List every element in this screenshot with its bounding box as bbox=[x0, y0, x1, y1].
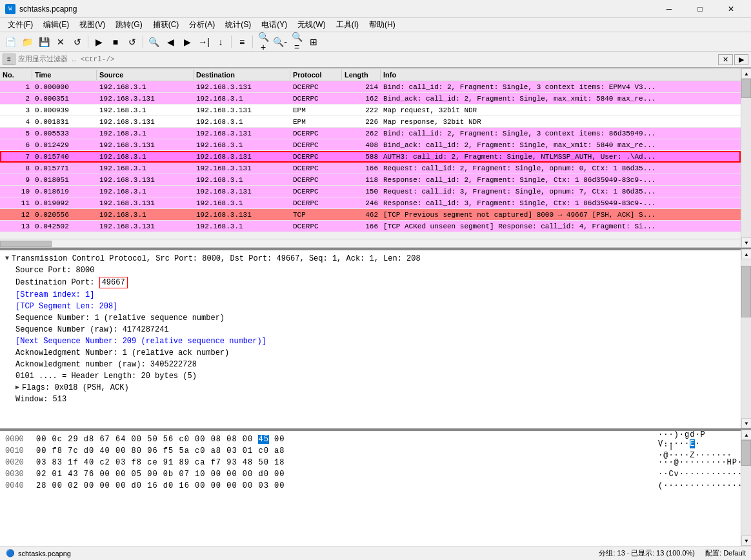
title-bar: W schtasks.pcapng ─ □ ✕ bbox=[0, 0, 751, 18]
table-row[interactable]: 11 0.019092 192.168.3.131 192.168.3.1 DC… bbox=[0, 197, 741, 209]
table-row[interactable]: 10 0.018619 192.168.3.1 192.168.3.131 DC… bbox=[0, 186, 741, 197]
table-row[interactable]: 8 0.015771 192.168.3.1 192.168.3.131 DCE… bbox=[0, 163, 741, 174]
menu-wireless[interactable]: 无线(W) bbox=[292, 18, 330, 32]
cell-destination: 192.168.3.131 bbox=[194, 210, 290, 219]
toolbar-save[interactable]: 💾 bbox=[36, 34, 52, 50]
toolbar-search[interactable]: 🔍 bbox=[146, 34, 161, 50]
h-scroll-thumb[interactable] bbox=[0, 241, 52, 247]
close-button[interactable]: ✕ bbox=[716, 0, 746, 18]
hex-vscrollbar[interactable]: ▲ ▼ bbox=[741, 430, 751, 546]
filter-controls: ✕ ▶ bbox=[718, 54, 748, 65]
toolbar-restart-capture[interactable]: ↺ bbox=[125, 34, 140, 50]
status-right: 分组: 13 · 已显示: 13 (100.0%) 配置: Default bbox=[599, 548, 746, 558]
menu-file[interactable]: 文件(F) bbox=[3, 18, 38, 32]
header-length-row: 0101 .... = Header Length: 20 bytes (5) bbox=[10, 370, 741, 382]
cell-length: 226 bbox=[342, 117, 381, 126]
cell-no: 11 bbox=[0, 199, 32, 208]
tcp-segment-len-label: [TCP Segment Len: 208] bbox=[15, 301, 117, 312]
hex-scroll-up[interactable]: ▲ bbox=[741, 430, 751, 440]
cell-info: Bind_ack: call_id: 2, Fragment: Single, … bbox=[381, 94, 741, 103]
toolbar: 📄 📁 💾 ✕ ↺ ▶ ■ ↺ 🔍 ◀ ▶ →| ↓ ≡ 🔍+ 🔍- 🔍= ⊞ bbox=[0, 32, 751, 52]
menu-edit[interactable]: 编辑(E) bbox=[38, 18, 74, 32]
table-row[interactable]: 3 0.000939 192.168.3.1 192.168.3.131 EPM… bbox=[0, 105, 741, 116]
packet-list-header: No. Time Source Destination Protocol Len… bbox=[0, 68, 741, 81]
menu-stats[interactable]: 统计(S) bbox=[220, 18, 256, 32]
detail-vscrollbar[interactable]: ▲ ▼ bbox=[741, 249, 751, 428]
status-profile-icon: 🔵 bbox=[5, 548, 15, 559]
tcp-protocol-row[interactable]: ▼ Transmission Control Protocol, Src Por… bbox=[0, 253, 741, 265]
table-row[interactable]: 2 0.000351 192.168.3.131 192.168.3.1 DCE… bbox=[0, 93, 741, 105]
table-row[interactable]: 9 0.018051 192.168.3.131 192.168.3.1 DCE… bbox=[0, 174, 741, 186]
menu-view[interactable]: 视图(V) bbox=[74, 18, 110, 32]
table-row[interactable]: 1 0.000000 192.168.3.1 192.168.3.131 DCE… bbox=[0, 81, 741, 93]
status-packets: 分组: 13 · 已显示: 13 (100.0%) bbox=[599, 548, 695, 558]
hex-scroll-thumb[interactable] bbox=[741, 440, 751, 466]
scroll-down-btn[interactable]: ▼ bbox=[741, 237, 751, 248]
cell-time: 0.019092 bbox=[32, 199, 97, 208]
cell-source: 192.168.3.1 bbox=[97, 106, 194, 115]
window-label: Window: 513 bbox=[15, 394, 66, 405]
menu-phone[interactable]: 电话(Y) bbox=[256, 18, 292, 32]
filter-apply-btn[interactable]: ▶ bbox=[734, 54, 748, 65]
toolbar-stop-capture[interactable]: ■ bbox=[108, 34, 123, 50]
h-scrollbar[interactable] bbox=[0, 239, 741, 248]
menu-capture[interactable]: 捕获(C) bbox=[148, 18, 185, 32]
scroll-thumb[interactable] bbox=[741, 79, 751, 98]
menu-help[interactable]: 帮助(H) bbox=[364, 18, 401, 32]
table-row[interactable]: 5 0.005533 192.168.3.1 192.168.3.131 DCE… bbox=[0, 128, 741, 139]
toolbar-goto[interactable]: →| bbox=[196, 34, 212, 50]
table-row[interactable]: 6 0.012429 192.168.3.131 192.168.3.1 DCE… bbox=[0, 139, 741, 151]
detail-scroll-thumb[interactable] bbox=[741, 266, 751, 317]
toolbar-reload[interactable]: ↺ bbox=[70, 34, 85, 50]
ack-number-raw-label: Acknowledgment number (raw): 3405222728 bbox=[15, 359, 197, 370]
filter-icon: ≡ bbox=[3, 54, 15, 65]
minimize-button[interactable]: ─ bbox=[654, 0, 684, 18]
toolbar-colorize[interactable]: ≡ bbox=[234, 34, 250, 50]
flags-row[interactable]: ▶ Flags: 0x018 (PSH, ACK) bbox=[10, 382, 741, 394]
toolbar-zoom-out[interactable]: 🔍- bbox=[272, 34, 288, 50]
packet-list-vscrollbar[interactable]: ▲ ▼ bbox=[741, 68, 751, 248]
cell-source: 192.168.3.131 bbox=[97, 141, 194, 150]
toolbar-bookmark[interactable]: ↓ bbox=[213, 34, 228, 50]
toolbar-sep-4 bbox=[252, 35, 253, 48]
detail-panel: ▼ Transmission Control Protocol, Src Por… bbox=[0, 249, 741, 428]
toolbar-open[interactable]: 📁 bbox=[19, 34, 35, 50]
toolbar-close[interactable]: ✕ bbox=[53, 34, 68, 50]
table-row[interactable]: 4 0.001831 192.168.3.131 192.168.3.1 EPM… bbox=[0, 116, 741, 128]
cell-protocol: DCERPC bbox=[290, 94, 342, 103]
cell-destination: 192.168.3.131 bbox=[194, 187, 290, 196]
seq-number-label: Sequence Number: 1 (relative sequence nu… bbox=[15, 313, 225, 323]
filter-input[interactable] bbox=[18, 55, 716, 63]
hex-panel: 0000 00 0c 29 d8 67 64 00 50 56 c0 00 08… bbox=[0, 430, 741, 546]
hex-scroll-down[interactable]: ▼ bbox=[741, 535, 751, 546]
maximize-button[interactable]: □ bbox=[685, 0, 715, 18]
hex-bytes: 00 f8 7c d0 40 00 80 06 f5 5a c0 a8 03 0… bbox=[36, 446, 653, 455]
cell-source: 192.168.3.131 bbox=[97, 222, 194, 231]
toolbar-forward[interactable]: ▶ bbox=[179, 34, 195, 50]
hex-ascii: ···@·········HP· bbox=[658, 458, 736, 467]
hex-row: 0020 03 83 1f 40 c2 03 f8 ce 91 89 ca f7… bbox=[5, 457, 736, 468]
toolbar-back[interactable]: ◀ bbox=[163, 34, 178, 50]
cell-time: 0.000939 bbox=[32, 106, 97, 115]
toolbar-start-capture[interactable]: ▶ bbox=[91, 34, 106, 50]
cell-destination: 192.168.3.131 bbox=[194, 152, 290, 161]
toolbar-zoom-in[interactable]: 🔍+ bbox=[255, 34, 271, 50]
menu-tools[interactable]: 工具(I) bbox=[331, 18, 364, 32]
filter-clear-btn[interactable]: ✕ bbox=[718, 54, 733, 65]
menu-goto[interactable]: 跳转(G) bbox=[110, 18, 147, 32]
dest-port-value: 49667 bbox=[99, 277, 128, 288]
detail-scroll-up[interactable]: ▲ bbox=[741, 249, 751, 259]
menu-analyze[interactable]: 分析(A) bbox=[184, 18, 220, 32]
table-row[interactable]: 13 0.042502 192.168.3.131 192.168.3.1 DC… bbox=[0, 221, 741, 232]
toolbar-zoom-reset[interactable]: 🔍= bbox=[289, 34, 305, 50]
scroll-up-btn[interactable]: ▲ bbox=[741, 68, 751, 79]
cell-source: 192.168.3.1 bbox=[97, 83, 194, 92]
toolbar-new[interactable]: 📄 bbox=[3, 34, 18, 50]
hex-scroll-track bbox=[741, 440, 751, 535]
table-row[interactable]: 12 0.020556 192.168.3.1 192.168.3.131 TC… bbox=[0, 209, 741, 221]
detail-scroll-down[interactable]: ▼ bbox=[741, 418, 751, 428]
filter-bar: ≡ ✕ ▶ bbox=[0, 52, 751, 68]
table-row[interactable]: 7 0.015740 192.168.3.1 192.168.3.131 DCE… bbox=[0, 151, 741, 163]
toolbar-expand[interactable]: ⊞ bbox=[306, 34, 321, 50]
cell-no: 7 bbox=[0, 152, 32, 161]
